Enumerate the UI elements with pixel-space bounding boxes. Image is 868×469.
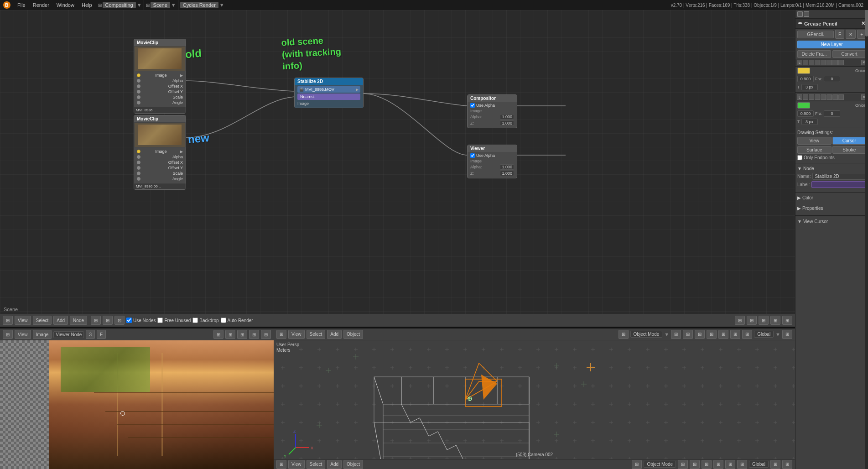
gpencil-selector[interactable]: GPencil. xyxy=(797,31,834,38)
view-drawing-btn[interactable]: View xyxy=(797,137,832,145)
layer1-stroke-input[interactable] xyxy=(801,84,818,90)
panel-toggle-2[interactable] xyxy=(804,11,809,17)
menu-window[interactable]: Window xyxy=(53,0,78,10)
viewer-zoom-btn[interactable]: ⊞ xyxy=(213,330,223,339)
toolbar-extra-3[interactable]: ⊞ xyxy=(759,316,769,325)
vp3d-object-mode[interactable]: Object Mode xyxy=(630,331,663,338)
use-nodes-check[interactable]: Use Nodes xyxy=(126,318,156,323)
toolbar-view[interactable]: View xyxy=(15,316,31,325)
node-label-input[interactable] xyxy=(811,181,868,188)
vp3d-icons-2[interactable]: ⊞ xyxy=(683,330,693,339)
vp3d-bottom-last[interactable]: ⊞ xyxy=(770,460,780,469)
layer1-color-swatch[interactable] xyxy=(797,68,810,74)
layer1-icon6[interactable] xyxy=(826,60,832,65)
use-nodes-input[interactable] xyxy=(126,318,132,323)
viewer-tool-icon[interactable]: ⊞ xyxy=(3,330,13,339)
gpencil-close-btn[interactable]: ✕ xyxy=(846,30,856,39)
viewer-extra-btn3[interactable]: ⊞ xyxy=(249,330,259,339)
gp-header-close[interactable]: ✕ xyxy=(861,21,865,26)
vp3d-bottom-icons5[interactable]: ⊞ xyxy=(725,460,735,469)
vp3d-icons-5[interactable]: ⊞ xyxy=(718,330,728,339)
toolbar-node[interactable]: Node xyxy=(70,316,87,325)
toolbar-select[interactable]: Select xyxy=(33,316,52,325)
free-unused-check[interactable]: Free Unused xyxy=(157,318,191,323)
vp3d-bottom-icons6[interactable]: ⊞ xyxy=(737,460,747,469)
menu-help[interactable]: Help xyxy=(78,0,96,10)
layer1-icon8[interactable] xyxy=(838,60,844,65)
new-layer-btn[interactable]: New Layer xyxy=(797,41,866,48)
stab-method[interactable]: Nearest xyxy=(297,94,360,100)
viewer-extra-btn[interactable]: ⊞ xyxy=(225,330,235,339)
toolbar-add[interactable]: Add xyxy=(53,316,68,325)
layer1-opacity-input[interactable] xyxy=(797,76,814,82)
vp3d-select[interactable]: Select xyxy=(307,330,326,339)
layer2-icon2[interactable] xyxy=(803,94,808,100)
vp3d-object[interactable]: Object xyxy=(343,330,363,339)
vp3d-bottom-select[interactable]: Select xyxy=(307,460,326,469)
layer2-icon8[interactable] xyxy=(838,94,844,100)
layer2-icon5[interactable] xyxy=(821,94,826,100)
surface-btn[interactable]: Surface xyxy=(797,146,832,154)
layer1-fra-input[interactable] xyxy=(824,76,840,82)
toolbar-extra-4[interactable]: ⊞ xyxy=(770,316,780,325)
vp3d-more-icons[interactable]: ⊞ xyxy=(782,330,792,339)
viewer-alpha-val[interactable]: 1.000 xyxy=(500,164,514,170)
vp3d-icons-1[interactable]: ⊞ xyxy=(671,330,681,339)
stroke-btn[interactable]: Stroke xyxy=(832,146,867,154)
vp3d-view[interactable]: View xyxy=(288,330,305,339)
mode-btn-3[interactable]: ⊡ xyxy=(114,316,125,325)
convert-btn[interactable]: Convert xyxy=(832,50,866,58)
vp3d-add[interactable]: Add xyxy=(327,330,342,339)
cursor-drawing-btn[interactable]: Cursor xyxy=(832,137,867,145)
toolbar-icon-btn[interactable]: ⊞ xyxy=(3,316,13,325)
node-movie-clip-2[interactable]: MovieClip Image▶ Alpha Offset X Offset Y… xyxy=(134,115,186,190)
gpencil-f-btn[interactable]: F xyxy=(835,30,844,39)
vp3d-bottom-add[interactable]: Add xyxy=(327,460,342,469)
node-compositor[interactable]: Compositor Use Alpha Image Alpha: 1.000 … xyxy=(467,94,517,128)
viewer-type[interactable]: Viewer Node xyxy=(53,331,84,338)
scrollbar-thumb[interactable] xyxy=(865,10,868,36)
panel-toggle-1[interactable] xyxy=(797,11,803,17)
vp3d-canvas[interactable]: X Z Y xyxy=(274,340,795,459)
scene-label-top[interactable]: Scene xyxy=(151,2,170,8)
layer1-icon5[interactable] xyxy=(821,60,826,65)
layer2-icon3[interactable] xyxy=(809,94,814,100)
toolbar-extra-1[interactable]: ⊞ xyxy=(735,316,745,325)
layer1-icon3[interactable] xyxy=(809,60,814,65)
menu-render[interactable]: Render xyxy=(29,0,53,10)
viewer-slot-num[interactable]: 3 xyxy=(86,330,95,339)
vp3d-icons-4[interactable]: ⊞ xyxy=(707,330,717,339)
layer2-color-swatch[interactable] xyxy=(797,102,810,109)
vp3d-bottom-object[interactable]: Object xyxy=(343,460,363,469)
viewport-3d[interactable]: ⊞ View Select Add Object ⊞ Object Mode ▼… xyxy=(274,328,795,469)
toolbar-extra-5[interactable]: ⊞ xyxy=(782,316,792,325)
mode-btn-2[interactable]: ⊞ xyxy=(103,316,113,325)
auto-render-input[interactable] xyxy=(221,318,226,323)
layer2-stroke-input[interactable] xyxy=(801,119,818,125)
viewer-image-btn[interactable]: Image xyxy=(33,330,52,339)
vp3d-bottom-icons1[interactable]: ⊞ xyxy=(678,460,688,469)
editor-type-label[interactable]: Compositing xyxy=(103,2,136,8)
vp3d-bottom-icon[interactable]: ⊞ xyxy=(276,460,286,469)
viewer-f-btn[interactable]: F xyxy=(97,330,106,339)
vp3d-bottom-object-mode[interactable]: Object Mode xyxy=(644,461,676,468)
auto-render-check[interactable]: Auto Render xyxy=(221,318,253,323)
vp3d-icons-3[interactable]: ⊞ xyxy=(695,330,705,339)
vp3d-bottom-global[interactable]: Global xyxy=(749,461,769,468)
comp-z-val[interactable]: 1.000 xyxy=(500,120,514,126)
vp3d-icons-6[interactable]: ⊞ xyxy=(730,330,740,339)
vp3d-icon[interactable]: ⊞ xyxy=(276,330,286,339)
viewer-z-val[interactable]: 1.000 xyxy=(500,171,514,176)
node-canvas[interactable]: MovieClip Image▶ Alpha Offset X Offset Y… xyxy=(0,10,795,328)
node-stabilize2d[interactable]: Stabilize 2D 🎬 MVI_8986.MOV ▶ Nearest Im… xyxy=(294,78,364,108)
viewer-view-btn[interactable]: View xyxy=(15,330,31,339)
only-endpoints-check[interactable] xyxy=(797,155,802,160)
viewer-extra-btn4[interactable]: ⊞ xyxy=(261,330,271,339)
backdrop-input[interactable] xyxy=(192,318,198,323)
layer1-icon7[interactable] xyxy=(832,60,838,65)
viewer-extra-btn2[interactable]: ⊞ xyxy=(237,330,247,339)
comp-alpha-val[interactable]: 1.000 xyxy=(500,114,514,120)
node-name-input[interactable] xyxy=(812,173,868,180)
vp3d-bottom-icons4[interactable]: ⊞ xyxy=(713,460,723,469)
vp3d-bottom-icons3[interactable]: ⊞ xyxy=(702,460,712,469)
